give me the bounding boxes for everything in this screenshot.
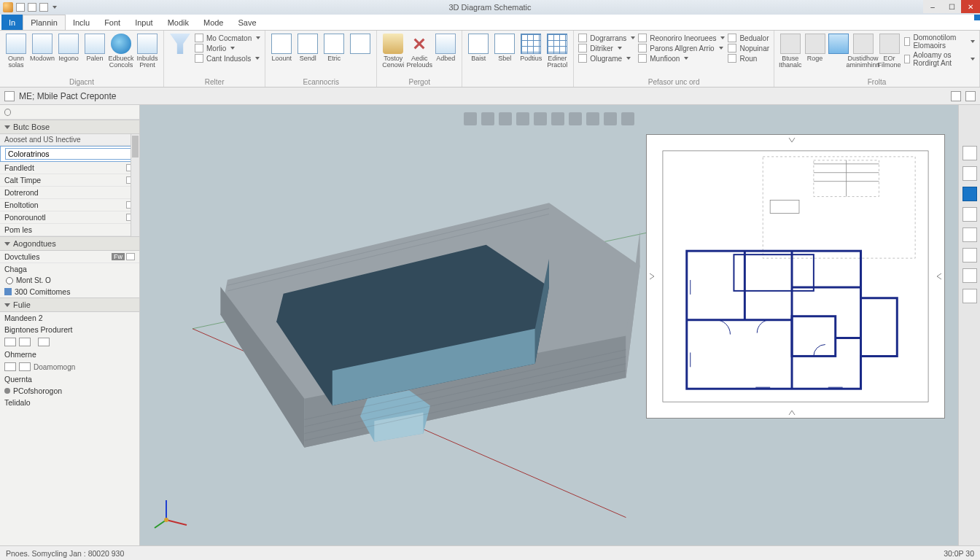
page2-button[interactable]: Sendl: [296, 32, 319, 62]
arrow-button[interactable]: Adbed: [434, 32, 457, 62]
gray4-button[interactable]: EOr Filmone: [878, 32, 901, 69]
close-button[interactable]: ✕: [961, 0, 980, 13]
rr-tool-g-icon[interactable]: [962, 268, 977, 283]
sec2-row-a[interactable]: Dovctulies Fw: [0, 251, 139, 263]
mini-e-icon[interactable]: [19, 362, 31, 371]
axis-widget[interactable]: [152, 494, 195, 531]
table-button[interactable]: Podtius: [519, 32, 542, 62]
list-item[interactable]: Dotrerond: [0, 187, 139, 199]
sec3-row-c[interactable]: Ohmerne: [0, 349, 139, 360]
sec3-row-1[interactable]: Bigntones Produrert: [0, 324, 139, 335]
window-button[interactable]: Modown: [31, 32, 54, 62]
page4-button[interactable]: [349, 32, 372, 54]
row-rou[interactable]: Roun: [728, 54, 769, 63]
rect-button[interactable]: Baist: [467, 32, 490, 62]
scrollbar[interactable]: [131, 134, 139, 236]
rr-tool-f-icon[interactable]: [962, 248, 977, 262]
mini-a-icon[interactable]: [4, 338, 16, 346]
rr-tool-d-icon[interactable]: [962, 207, 977, 222]
rr-tool-a-icon[interactable]: [962, 146, 977, 160]
scrollbar-thumb[interactable]: [132, 136, 139, 158]
qat-save-icon[interactable]: [16, 3, 25, 12]
qat-undo-icon[interactable]: [28, 3, 36, 12]
sec1-input-row[interactable]: [0, 146, 139, 162]
cube-button[interactable]: Ounn solas: [4, 32, 28, 69]
tab-plannin[interactable]: Plannin: [23, 15, 66, 30]
view-body-icon[interactable]: [4, 91, 15, 101]
row-dom[interactable]: Domonotilom Elomaoirs: [904, 34, 975, 50]
row-mun[interactable]: Munfioon: [638, 54, 725, 63]
vt-clock-icon[interactable]: [481, 112, 494, 125]
panel-search[interactable]: [0, 105, 139, 120]
tab-modik[interactable]: Modik: [160, 15, 196, 30]
sec3-row-0[interactable]: Mandeen 2: [0, 312, 139, 324]
list-item[interactable]: Fandledt: [0, 162, 139, 174]
clipboard-button[interactable]: Tostoy Cenowi: [381, 32, 405, 69]
vt-home-icon[interactable]: [534, 112, 547, 125]
rr-tool-b-icon[interactable]: [962, 166, 977, 181]
sec3-row-g[interactable]: Telidalo: [0, 397, 139, 408]
list-item[interactable]: Enoltotion: [0, 199, 139, 211]
row-nop[interactable]: Nopuinar: [728, 44, 769, 52]
sec2-radio[interactable]: Mont St. O: [0, 275, 139, 286]
sec2-row-c[interactable]: 300 Comittomes: [0, 286, 139, 298]
rect2-button[interactable]: Sbel: [493, 32, 516, 62]
rr-tool-c-icon[interactable]: [962, 187, 977, 201]
row-morlio[interactable]: Morlio: [195, 44, 260, 52]
gray3-button[interactable]: Dustidhow aminimhinn: [852, 32, 875, 69]
fw-badge[interactable]: Fw: [112, 253, 125, 260]
tab-font[interactable]: Font: [97, 15, 128, 30]
delete-button[interactable]: Aedic Prelouds: [408, 32, 431, 69]
viewport-3d[interactable]: [140, 105, 958, 545]
vt-gear-icon[interactable]: [499, 112, 512, 125]
rr-tool-e-icon[interactable]: [962, 228, 977, 242]
layers-button[interactable]: Iegono: [57, 32, 80, 62]
row-icon[interactable]: [126, 253, 135, 260]
sec3-row-f[interactable]: PCofshorogon: [0, 385, 139, 397]
target-button[interactable]: Inbulds Prent: [136, 32, 159, 69]
accent-button[interactable]: [828, 32, 849, 54]
tab-save[interactable]: Save: [231, 15, 264, 30]
globe-button[interactable]: Edbueck Concols: [109, 32, 133, 69]
sec3-row-e[interactable]: Quernta: [0, 373, 139, 385]
list-item[interactable]: Calt Timpe: [0, 174, 139, 187]
row-mocomaton[interactable]: Mo Cocmaton: [195, 34, 260, 42]
row-dog[interactable]: Dograrrans: [578, 34, 635, 42]
sec2-header[interactable]: Aogondtues: [0, 236, 139, 251]
row-reo[interactable]: Reonoriro Ineoruees: [638, 34, 725, 42]
vt-cam1-icon[interactable]: [586, 112, 599, 125]
page-button[interactable]: Loount: [270, 32, 293, 62]
list-item[interactable]: Ponorounotl: [0, 211, 139, 224]
row-par[interactable]: Parons Allgren Arrio: [638, 44, 725, 52]
qat-redo-icon[interactable]: [39, 3, 48, 12]
vt-misc-icon[interactable]: [621, 112, 634, 125]
view-min-icon[interactable]: [951, 91, 961, 101]
sec1-input[interactable]: [5, 148, 134, 160]
row-dit[interactable]: Ditriker: [578, 44, 635, 52]
funnel-button[interactable]: [168, 32, 192, 54]
view-close-icon[interactable]: [965, 91, 976, 101]
row-olu[interactable]: Olugrame: [578, 54, 635, 63]
filter2-button[interactable]: Palen: [83, 32, 106, 62]
row-cantindusols[interactable]: Cant Indusols: [195, 54, 260, 63]
tab-mode[interactable]: Mode: [196, 15, 231, 30]
sec3-header[interactable]: Fulie: [0, 298, 139, 312]
vt-grid-icon[interactable]: [569, 112, 582, 125]
gray2-button[interactable]: Roge: [805, 32, 825, 62]
maximize-button[interactable]: ☐: [942, 0, 961, 13]
row-bed[interactable]: Bedualor: [728, 34, 769, 42]
tab-inclu[interactable]: Inclu: [66, 15, 97, 30]
mini-d-icon[interactable]: [4, 362, 16, 371]
tab-input[interactable]: Input: [128, 15, 160, 30]
sec1-header[interactable]: Butc Bose: [0, 120, 139, 134]
page3-button[interactable]: Etric: [322, 32, 346, 62]
vt-light-icon[interactable]: [551, 112, 564, 125]
vt-info-icon[interactable]: [464, 112, 477, 125]
floorplan-overlay[interactable]: [646, 134, 945, 419]
mini-c-icon[interactable]: [38, 338, 50, 346]
list-item[interactable]: Pom les: [0, 224, 139, 236]
minimize-button[interactable]: –: [923, 0, 942, 13]
tab-file[interactable]: In: [1, 15, 23, 30]
row-aol[interactable]: Aoloamy os Rordirgt Ant: [904, 51, 975, 67]
rr-tool-h-icon[interactable]: [962, 289, 977, 303]
